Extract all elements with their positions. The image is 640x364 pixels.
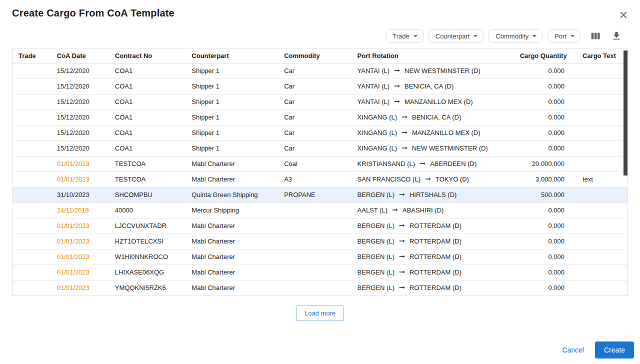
cell-commodity	[278, 264, 351, 280]
column-header-trade[interactable]: Trade	[12, 49, 51, 63]
table-row[interactable]: 24/11/201940000Mercur ShippingAALST (L)A…	[12, 202, 628, 218]
cell-cargo-text	[576, 125, 628, 140]
table-row[interactable]: 01/01/2023W1HI0NNKROCOMabl ChartererBERG…	[12, 249, 628, 264]
cell-cargo-text	[576, 110, 628, 125]
cell-coa-date: 15/12/2020	[51, 94, 109, 110]
cell-cargo-text	[576, 140, 628, 156]
filter-chips: TradeCounterpartCommodityPort	[385, 29, 581, 43]
port-load: YANTAI (L)	[358, 67, 390, 74]
cell-port-rotation: BERGEN (L)ROTTERDAM (D)	[352, 264, 514, 280]
cell-coa-date: 15/12/2020	[51, 110, 109, 125]
table-row[interactable]: 15/12/2020COA1Shipper 1CarXINGANG (L)NEW…	[12, 140, 628, 156]
port-load: KRISTIANSAND (L)	[358, 160, 416, 168]
cell-contract-no: 40000	[109, 202, 186, 218]
table-row[interactable]: 01/01/2023TESTCOAMabl ChartererCoalKRIST…	[12, 156, 628, 172]
cell-cargo-quantity: 0.000	[514, 264, 576, 280]
port-load: BERGEN (L)	[358, 268, 394, 276]
port-load: XINGANG (L)	[358, 144, 397, 152]
arrow-right-icon	[418, 160, 426, 168]
cell-counterpart: Mercur Shipping	[186, 202, 278, 218]
cell-cargo-text	[576, 187, 628, 202]
cell-trade	[12, 264, 51, 280]
cell-port-rotation: YANTAI (L)MANZANILLO MEX (D)	[352, 94, 514, 110]
column-header-cargo-quantity[interactable]: Cargo Quantity	[514, 49, 576, 63]
column-header-port-rotation[interactable]: Port Rotation	[352, 49, 514, 63]
port-discharge: ABASHIRI (D)	[402, 206, 444, 214]
cell-commodity	[278, 234, 351, 249]
filter-chip-label: Trade	[392, 32, 409, 40]
filter-chip-label: Counterpart	[436, 32, 470, 40]
cell-trade	[12, 140, 51, 156]
cell-commodity: Car	[278, 140, 351, 156]
cell-cargo-quantity: 0.000	[514, 94, 576, 110]
close-button[interactable]	[616, 8, 631, 22]
scrollbar-thumb[interactable]	[624, 50, 628, 176]
table-row[interactable]: 01/01/2023HZT1OTELCXSIMabl ChartererBERG…	[12, 234, 628, 249]
table-row[interactable]: 15/12/2020COA1Shipper 1CarYANTAI (L)NEW …	[12, 63, 628, 78]
filter-chip-trade[interactable]: Trade	[385, 29, 424, 43]
port-load: YANTAI (L)	[358, 82, 390, 90]
cell-cargo-text: text	[576, 172, 628, 187]
cell-cargo-quantity: 20,000.000	[514, 156, 576, 172]
cell-port-rotation: BERGEN (L)ROTTERDAM (D)	[352, 234, 514, 249]
table-row[interactable]: 01/01/2023TESTCOAMabl ChartererA3SAN FRA…	[12, 172, 628, 187]
coa-table-container: TradeCoA DateContract NoCounterpartCommo…	[12, 48, 628, 296]
filter-chip-counterpart[interactable]: Counterpart	[428, 29, 484, 43]
arrow-right-icon	[398, 222, 406, 230]
column-header-cargo-text[interactable]: Cargo Text	[576, 49, 628, 63]
table-row[interactable]: 15/12/2020COA1Shipper 1CarYANTAI (L)BENI…	[12, 78, 628, 94]
cell-trade	[12, 94, 51, 110]
filter-chip-commodity[interactable]: Commodity	[488, 29, 543, 43]
column-header-commodity[interactable]: Commodity	[278, 49, 351, 63]
cell-port-rotation: YANTAI (L)BENICIA, CA (D)	[352, 78, 514, 94]
cell-contract-no: YMQQKNI5RZK6	[109, 280, 186, 296]
cell-contract-no: COA1	[109, 78, 186, 94]
cell-port-rotation: XINGANG (L)NEW WESTMINSTER (D)	[352, 140, 514, 156]
cell-trade	[12, 218, 51, 234]
port-discharge: ROTTERDAM (D)	[410, 284, 462, 292]
cell-cargo-text	[576, 234, 628, 249]
port-load: AALST (L)	[358, 206, 388, 214]
filter-chip-port[interactable]: Port	[547, 29, 581, 43]
table-row[interactable]: 01/01/2023YMQQKNI5RZK6Mabl ChartererBERG…	[12, 280, 628, 296]
columns-icon	[590, 30, 601, 42]
cell-contract-no: COA1	[109, 140, 186, 156]
column-header-counterpart[interactable]: Counterpart	[186, 49, 278, 63]
column-header-coa-date[interactable]: CoA Date	[51, 49, 109, 63]
table-header-row: TradeCoA DateContract NoCounterpartCommo…	[12, 49, 628, 63]
cell-trade	[12, 202, 51, 218]
chevron-down-icon	[568, 31, 578, 41]
cell-cargo-quantity: 0.000	[514, 125, 576, 140]
table-row[interactable]: 01/01/2023LHIXASE06XQGMabl ChartererBERG…	[12, 264, 628, 280]
columns-button[interactable]	[589, 30, 602, 42]
arrow-right-icon	[398, 237, 406, 245]
table-row[interactable]: 15/12/2020COA1Shipper 1CarXINGANG (L)MAN…	[12, 125, 628, 140]
cancel-button[interactable]: Cancel	[556, 342, 590, 358]
table-row[interactable]: 15/12/2020COA1Shipper 1CarYANTAI (L)MANZ…	[12, 94, 628, 110]
cell-cargo-quantity: 0.000	[514, 249, 576, 264]
cell-commodity: PROPANE	[278, 187, 351, 202]
cell-counterpart: Shipper 1	[186, 63, 278, 78]
port-discharge: ROTTERDAM (D)	[410, 268, 462, 276]
arrow-right-icon	[393, 66, 401, 74]
port-discharge: MANZANILLO MEX (D)	[404, 98, 473, 106]
download-button[interactable]	[610, 30, 623, 42]
arrow-right-icon	[393, 98, 401, 106]
table-row[interactable]: 01/01/2023LJCCVUNXTADRMabl ChartererBERG…	[12, 218, 628, 234]
create-button[interactable]: Create	[595, 342, 634, 358]
arrow-right-icon	[400, 113, 408, 121]
table-row[interactable]: 31/10/2023SHCOMPBUQuinta Green ShippingP…	[12, 187, 628, 202]
cell-coa-date: 01/01/2023	[51, 234, 109, 249]
cell-cargo-text	[576, 94, 628, 110]
cell-counterpart: Mabl Charterer	[186, 172, 278, 187]
port-discharge: BENICIA, CA (D)	[404, 82, 454, 90]
column-header-contract-no[interactable]: Contract No	[109, 49, 186, 63]
port-load: BERGEN (L)	[358, 191, 394, 198]
table-row[interactable]: 15/12/2020COA1Shipper 1CarXINGANG (L)BEN…	[12, 110, 628, 125]
cell-commodity	[278, 249, 351, 264]
dialog-header: Create Cargo From CoA Template	[0, 0, 640, 22]
cell-port-rotation: SAN FRANCISCO (L)TOKYO (D)	[352, 172, 514, 187]
table-scrollbar[interactable]	[624, 49, 628, 296]
cell-port-rotation: AALST (L)ABASHIRI (D)	[352, 202, 514, 218]
load-more-button[interactable]: Load more	[296, 306, 344, 321]
